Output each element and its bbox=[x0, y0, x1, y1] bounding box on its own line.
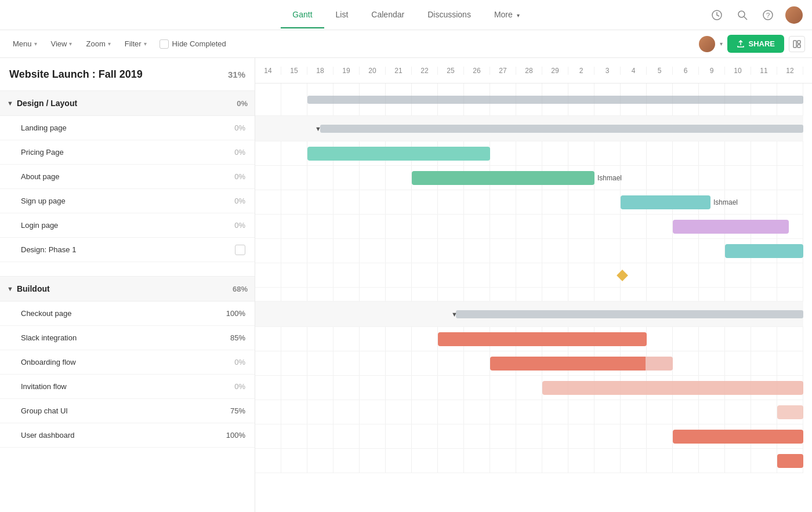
onboarding-bar bbox=[542, 381, 803, 395]
svg-rect-6 bbox=[798, 41, 800, 43]
nav-right: ? bbox=[709, 6, 803, 24]
project-title: Website Launch : Fall 2019 bbox=[9, 68, 228, 81]
date-col-26: 26 bbox=[464, 67, 490, 75]
section1-bar bbox=[320, 125, 803, 133]
date-col-5: 5 bbox=[647, 67, 673, 75]
svg-text:?: ? bbox=[766, 12, 770, 20]
menu-button[interactable]: Menu ▾ bbox=[7, 36, 43, 52]
task-user-dashboard[interactable]: User dashboard 100% bbox=[0, 423, 255, 448]
dashboard-bar bbox=[777, 454, 803, 468]
login-bar bbox=[725, 244, 803, 258]
zoom-button[interactable]: Zoom ▾ bbox=[80, 36, 116, 52]
tab-discussions[interactable]: Discussions bbox=[416, 2, 483, 28]
gantt-row-landing bbox=[255, 141, 803, 166]
task-slack-integration[interactable]: Slack integration 85% bbox=[0, 326, 255, 350]
gantt-row-dashboard bbox=[255, 449, 803, 473]
clock-icon[interactable] bbox=[709, 7, 725, 23]
groupchat-bar bbox=[673, 430, 803, 444]
filter-button[interactable]: Filter ▾ bbox=[119, 36, 153, 52]
nav-tabs: Gantt List Calendar Discussions More ▾ bbox=[281, 2, 531, 28]
filter-arrow-icon: ▾ bbox=[144, 41, 147, 47]
section-buildout[interactable]: ▼ Buildout 68% bbox=[0, 276, 255, 302]
date-col-22: 22 bbox=[412, 67, 438, 75]
toolbar: Menu ▾ View ▾ Zoom ▾ Filter ▾ Hide Compl… bbox=[0, 30, 812, 58]
team-avatar[interactable] bbox=[699, 36, 715, 52]
date-col-9: 9 bbox=[699, 67, 725, 75]
svg-point-1 bbox=[738, 11, 745, 17]
left-panel: Website Launch : Fall 2019 31% ▼ Design … bbox=[0, 58, 255, 512]
task-landing-page[interactable]: Landing page 0% bbox=[0, 116, 255, 140]
about-label: Ishmael bbox=[713, 198, 738, 206]
invitation-bar bbox=[777, 405, 803, 419]
date-col-3: 3 bbox=[594, 67, 621, 75]
svg-line-2 bbox=[744, 17, 747, 20]
gantt-row-checkout bbox=[255, 327, 803, 351]
date-col-18: 18 bbox=[307, 67, 334, 75]
help-icon[interactable]: ? bbox=[760, 7, 776, 23]
page-layout-icon[interactable] bbox=[789, 36, 805, 52]
task-about-page[interactable]: About page 0% bbox=[0, 165, 255, 189]
gantt-spacer bbox=[255, 288, 803, 302]
task-pricing-page[interactable]: Pricing Page 0% bbox=[0, 140, 255, 165]
gantt-row-section2: ▼ bbox=[255, 302, 803, 327]
project-bar bbox=[307, 96, 803, 104]
share-button[interactable]: SHARE bbox=[727, 35, 784, 53]
team-avatar-arrow[interactable]: ▾ bbox=[720, 41, 723, 47]
search-icon[interactable] bbox=[734, 7, 751, 23]
slack-bar bbox=[490, 357, 673, 371]
milestone-checkbox[interactable] bbox=[235, 245, 245, 255]
task-login-page[interactable]: Login page 0% bbox=[0, 213, 255, 238]
task-group-chat[interactable]: Group chat UI 75% bbox=[0, 399, 255, 423]
date-col-25: 25 bbox=[438, 67, 464, 75]
section-pct: 0% bbox=[237, 99, 248, 108]
tab-calendar[interactable]: Calendar bbox=[360, 2, 416, 28]
project-pct: 31% bbox=[228, 70, 245, 79]
checkout-bar bbox=[438, 332, 647, 346]
pricing-bar bbox=[412, 171, 594, 185]
user-avatar[interactable] bbox=[785, 6, 803, 24]
menu-arrow-icon: ▾ bbox=[34, 41, 37, 47]
date-col-15: 15 bbox=[281, 67, 307, 75]
more-chevron-icon: ▾ bbox=[517, 12, 520, 19]
gantt-row-about: Ishmael bbox=[255, 190, 803, 215]
gantt-row-signup bbox=[255, 215, 803, 239]
date-col-29: 29 bbox=[542, 67, 568, 75]
task-invitation-flow[interactable]: Invitation flow 0% bbox=[0, 375, 255, 399]
date-col-12: 12 bbox=[777, 67, 803, 75]
task-signup-page[interactable]: Sign up page 0% bbox=[0, 189, 255, 213]
task-onboarding-flow[interactable]: Onboarding flow 0% bbox=[0, 350, 255, 375]
task-design-phase1[interactable]: Design: Phase 1 bbox=[0, 238, 255, 262]
gantt-row-login bbox=[255, 239, 803, 263]
gantt-panel: 14 15 18 19 20 21 22 25 26 27 28 29 2 3 … bbox=[255, 58, 812, 512]
section-pct: 68% bbox=[233, 285, 248, 293]
project-header: Website Launch : Fall 2019 31% bbox=[0, 58, 255, 90]
task-checkout-page[interactable]: Checkout page 100% bbox=[0, 302, 255, 326]
hide-completed-checkbox[interactable] bbox=[160, 39, 169, 49]
date-col-10: 10 bbox=[725, 67, 751, 75]
section2-bar bbox=[456, 310, 803, 318]
section-name: Design / Layout bbox=[17, 99, 237, 108]
landing-bar bbox=[307, 147, 490, 161]
tab-list[interactable]: List bbox=[324, 2, 360, 28]
date-col-19: 19 bbox=[334, 67, 360, 75]
view-arrow-icon: ▾ bbox=[69, 41, 72, 47]
gantt-row-invitation bbox=[255, 400, 803, 424]
date-col-28: 28 bbox=[516, 67, 542, 75]
section-design-layout[interactable]: ▼ Design / Layout 0% bbox=[0, 90, 255, 116]
date-col-2: 2 bbox=[568, 67, 594, 75]
gantt-row-project bbox=[255, 83, 803, 116]
section-spacer bbox=[0, 262, 255, 276]
date-col-11: 11 bbox=[751, 67, 777, 75]
zoom-arrow-icon: ▾ bbox=[108, 41, 111, 47]
gantt-row-section1: ▼ bbox=[255, 116, 803, 141]
view-button[interactable]: View ▾ bbox=[45, 36, 78, 52]
date-col-6: 6 bbox=[673, 67, 699, 75]
main-content: Website Launch : Fall 2019 31% ▼ Design … bbox=[0, 58, 812, 512]
tab-more[interactable]: More ▾ bbox=[483, 2, 531, 28]
hide-completed-toggle[interactable]: Hide Completed bbox=[160, 39, 226, 49]
section-name: Buildout bbox=[17, 284, 233, 293]
gantt-row-slack bbox=[255, 351, 803, 376]
tab-gantt[interactable]: Gantt bbox=[281, 2, 324, 28]
toolbar-right: ▾ SHARE bbox=[699, 35, 805, 53]
pricing-label: Ishmael bbox=[597, 174, 622, 182]
